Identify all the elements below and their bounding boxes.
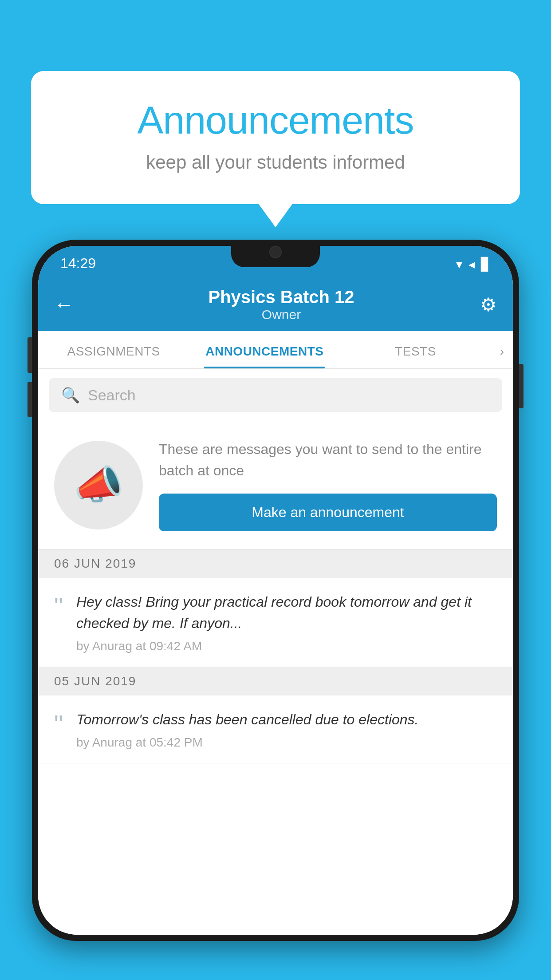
- wifi-icon: ▾: [456, 257, 462, 272]
- tab-tests[interactable]: TESTS: [340, 331, 491, 368]
- date-separator-1: 06 JUN 2019: [38, 549, 513, 578]
- announcement-text-2: Tomorrow's class has been cancelled due …: [76, 709, 497, 730]
- date-separator-2: 05 JUN 2019: [38, 667, 513, 695]
- tabs-bar: ASSIGNMENTS ANNOUNCEMENTS TESTS ›: [38, 331, 513, 369]
- user-role: Owner: [83, 307, 480, 322]
- speech-bubble-container: Announcements keep all your students inf…: [31, 71, 520, 204]
- status-time: 14:29: [60, 255, 96, 272]
- tab-more[interactable]: ›: [491, 331, 513, 368]
- search-placeholder: Search: [88, 387, 136, 404]
- signal-icon: ◂: [468, 257, 475, 272]
- settings-button[interactable]: ⚙: [480, 294, 497, 316]
- megaphone-circle: 📣: [54, 441, 143, 530]
- cta-description: These are messages you want to send to t…: [159, 439, 497, 481]
- announcement-text-1: Hey class! Bring your practical record b…: [76, 591, 497, 634]
- speech-bubble: Announcements keep all your students inf…: [31, 71, 520, 204]
- tab-announcements[interactable]: ANNOUNCEMENTS: [189, 331, 340, 368]
- tab-assignments[interactable]: ASSIGNMENTS: [38, 331, 189, 368]
- bubble-title: Announcements: [67, 98, 484, 143]
- cta-right: These are messages you want to send to t…: [159, 439, 497, 531]
- search-icon: 🔍: [61, 386, 80, 404]
- phone-camera: [269, 246, 282, 258]
- status-icons: ▾ ◂ ▊: [456, 257, 491, 272]
- announcement-cta: 📣 These are messages you want to send to…: [38, 421, 513, 549]
- announcement-meta-1: by Anurag at 09:42 AM: [76, 639, 497, 653]
- batch-title: Physics Batch 12: [83, 287, 480, 307]
- screen-content: 🔍 Search 📣 These are messages you want t…: [38, 369, 513, 935]
- bubble-subtitle: keep all your students informed: [67, 152, 484, 173]
- announcement-meta-2: by Anurag at 05:42 PM: [76, 735, 497, 750]
- quote-icon-1: ": [54, 594, 63, 619]
- phone-screen: 14:29 ▾ ◂ ▊ ← Physics Batch 12 Owner ⚙: [38, 246, 513, 935]
- megaphone-icon: 📣: [74, 462, 123, 508]
- header-title-block: Physics Batch 12 Owner: [83, 287, 480, 322]
- make-announcement-button[interactable]: Make an announcement: [159, 494, 497, 531]
- search-bar[interactable]: 🔍 Search: [49, 378, 502, 412]
- announcement-text-block-2: Tomorrow's class has been cancelled due …: [76, 709, 497, 750]
- search-container: 🔍 Search: [38, 369, 513, 421]
- back-button[interactable]: ←: [54, 293, 74, 316]
- app-header: ← Physics Batch 12 Owner ⚙: [38, 278, 513, 331]
- volume-up-button[interactable]: [28, 337, 32, 373]
- phone-container: 14:29 ▾ ◂ ▊ ← Physics Batch 12 Owner ⚙: [32, 240, 519, 980]
- quote-icon-2: ": [54, 711, 63, 736]
- phone-frame: 14:29 ▾ ◂ ▊ ← Physics Batch 12 Owner ⚙: [32, 240, 519, 941]
- announcement-item-2[interactable]: " Tomorrow's class has been cancelled du…: [38, 695, 513, 763]
- announcement-text-block-1: Hey class! Bring your practical record b…: [76, 591, 497, 653]
- announcement-item-1[interactable]: " Hey class! Bring your practical record…: [38, 578, 513, 667]
- battery-icon: ▊: [481, 257, 491, 272]
- power-button[interactable]: [519, 364, 523, 408]
- volume-down-button[interactable]: [28, 382, 32, 417]
